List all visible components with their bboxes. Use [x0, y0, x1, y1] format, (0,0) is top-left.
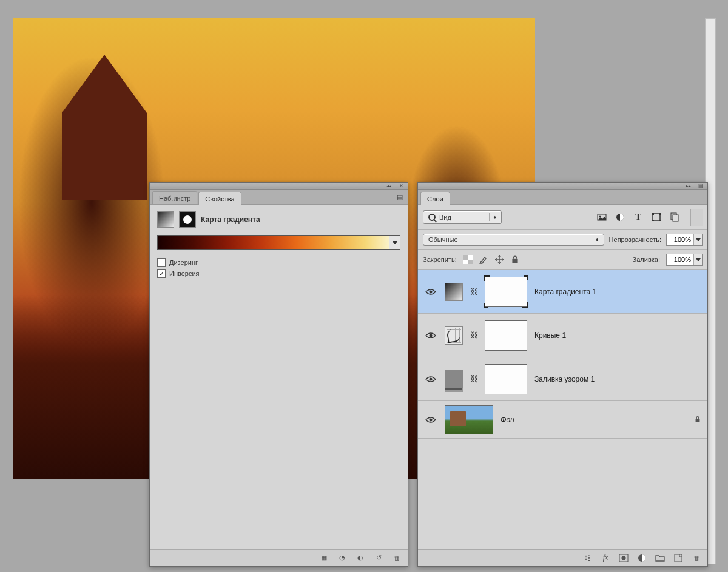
panel-menu-icon[interactable]: ▤ [397, 193, 405, 201]
lock-position-icon[interactable] [494, 255, 504, 264]
reverse-label: Инверсия [169, 270, 200, 277]
filter-adjustment-icon[interactable] [615, 212, 625, 222]
new-group-icon[interactable] [655, 553, 665, 563]
layer-row-background[interactable]: Фон [418, 401, 707, 439]
gradient-picker-dropdown[interactable] [389, 235, 400, 250]
layer-mask-thumb[interactable] [485, 320, 527, 351]
layers-filter-bar: Вид ♦ T [418, 205, 707, 230]
panel-menu-icon[interactable]: ▤ [696, 184, 705, 189]
gradient-preview[interactable] [157, 235, 389, 250]
layer-mask-thumb[interactable] [485, 277, 527, 307]
layers-lock-bar: Закрепить: Заливка: [418, 250, 707, 270]
gradient-map-icon [157, 211, 174, 228]
filter-smartobject-icon[interactable] [670, 212, 679, 222]
link-icon[interactable]: ⛓ [470, 287, 477, 296]
layers-body: Вид ♦ T Обычные ♦ Непрозрачность: [418, 205, 707, 549]
link-icon[interactable]: ⛓ [470, 374, 477, 383]
link-icon[interactable]: ⛓ [470, 331, 477, 340]
layer-row[interactable]: ⛓ Кривые 1 [418, 314, 707, 357]
close-icon[interactable]: ✕ [397, 184, 405, 189]
adjustment-thumb-curves[interactable] [445, 326, 463, 345]
adjustment-thumb-gradmap[interactable] [445, 283, 463, 301]
svg-rect-7 [659, 220, 661, 221]
svg-rect-22 [675, 554, 682, 562]
properties-panel: ◂◂ ✕ Наб.инстр Свойства ▤ Карта градиент… [149, 182, 408, 567]
svg-rect-18 [696, 419, 700, 422]
blend-mode-dropdown[interactable]: Обычные ♦ [423, 234, 604, 246]
svg-point-20 [622, 556, 626, 560]
layer-thumb-background[interactable] [445, 405, 493, 434]
lock-pixels-icon[interactable] [479, 255, 488, 264]
filter-type-icon[interactable]: T [633, 212, 643, 222]
collapse-icon[interactable]: ◂◂ [385, 184, 393, 189]
svg-point-14 [430, 290, 433, 293]
svg-rect-6 [652, 220, 654, 221]
visibility-eye-icon[interactable] [425, 375, 436, 383]
layer-name[interactable]: Кривые 1 [534, 331, 566, 340]
trash-icon[interactable]: 🗑 [392, 553, 402, 563]
svg-point-16 [430, 377, 433, 380]
svg-rect-9 [673, 215, 678, 221]
visibility-eye-icon[interactable] [425, 416, 436, 423]
layers-tabbar: Слои [418, 190, 707, 205]
prop-footer-btn-1[interactable]: ▦ [319, 553, 329, 563]
image-content [62, 55, 147, 200]
fill-label: Заливка: [633, 256, 660, 263]
svg-rect-5 [659, 213, 661, 215]
svg-rect-11 [463, 255, 468, 260]
tab-layers[interactable]: Слои [420, 192, 450, 205]
search-icon [428, 214, 436, 221]
filter-shape-icon[interactable] [652, 212, 661, 222]
adjustment-thumb-pattern[interactable] [445, 370, 463, 388]
visibility-eye-icon[interactable] [425, 288, 436, 295]
svg-point-15 [430, 334, 433, 337]
opacity-field[interactable] [666, 234, 703, 246]
chevron-down-icon [393, 241, 397, 244]
tab-properties[interactable]: Свойства [198, 192, 241, 205]
layer-mask-icon[interactable] [179, 211, 196, 228]
svg-rect-12 [468, 260, 473, 264]
tab-tool-presets[interactable]: Наб.инстр [152, 191, 197, 204]
blend-mode-value: Обычные [428, 236, 458, 243]
panel-titlebar[interactable]: ▸▸ ▤ [418, 183, 707, 190]
delete-layer-icon[interactable]: 🗑 [692, 553, 701, 563]
clip-to-layer-icon[interactable]: ◔ [337, 553, 347, 563]
layer-fx-icon[interactable]: fx [601, 553, 610, 563]
filter-kind-label: Вид [439, 214, 451, 221]
fill-field[interactable] [666, 254, 703, 266]
layers-blend-bar: Обычные ♦ Непрозрачность: [418, 230, 707, 250]
properties-tabbar: Наб.инстр Свойства ▤ [150, 190, 408, 205]
filter-pixel-icon[interactable] [597, 212, 607, 222]
visibility-eye-icon[interactable] [425, 332, 436, 339]
layer-filter-kind-dropdown[interactable]: Вид ♦ [423, 210, 502, 224]
fill-input[interactable] [667, 255, 693, 264]
layer-name[interactable]: Заливка узором 1 [534, 375, 595, 383]
view-previous-icon[interactable]: ◐ [356, 553, 365, 563]
svg-rect-4 [652, 213, 654, 215]
lock-icon[interactable] [694, 415, 701, 425]
layer-mask-thumb[interactable] [485, 364, 527, 394]
new-layer-icon[interactable] [673, 553, 683, 563]
layer-name[interactable]: Карта градиента 1 [534, 288, 596, 296]
reset-icon[interactable]: ↺ [374, 553, 383, 563]
link-layers-icon[interactable]: ⛓ [582, 553, 592, 563]
new-adjustment-icon[interactable] [637, 553, 647, 563]
layer-row[interactable]: ⛓ Заливка узором 1 [418, 357, 707, 401]
opacity-input[interactable] [667, 235, 693, 244]
layer-name[interactable]: Фон [500, 416, 514, 424]
fill-dropdown[interactable] [693, 254, 702, 265]
expand-icon[interactable]: ▸▸ [684, 184, 693, 189]
lock-all-icon[interactable] [510, 255, 520, 264]
opacity-dropdown[interactable] [693, 234, 702, 245]
lock-transparency-icon[interactable] [463, 255, 473, 264]
reverse-checkbox[interactable]: ✓ [157, 269, 166, 278]
properties-footer: ▦ ◔ ◐ ↺ 🗑 [150, 549, 408, 566]
layer-list: ⛓ Карта градиента 1 ⛓ Кривые 1 ⛓ За [418, 270, 707, 549]
add-mask-icon[interactable] [619, 553, 629, 563]
svg-rect-13 [512, 259, 517, 263]
filter-toggle[interactable] [690, 209, 703, 226]
layer-row[interactable]: ⛓ Карта градиента 1 [418, 270, 707, 314]
panel-titlebar[interactable]: ◂◂ ✕ [150, 183, 408, 190]
opacity-label: Непрозрачность: [609, 236, 661, 243]
dither-checkbox[interactable] [157, 258, 166, 267]
